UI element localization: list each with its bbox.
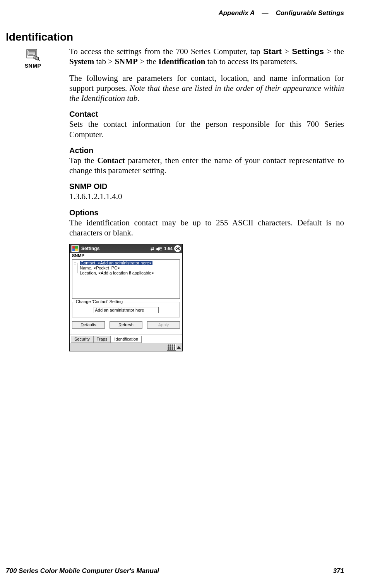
tab-security[interactable]: Security	[71, 336, 93, 343]
settings-label: Settings	[292, 47, 324, 56]
clock: 1:54	[164, 247, 173, 251]
snmp-icon-col: SNMP	[6, 46, 60, 69]
running-header: Appendix A — Configurable Settings	[218, 9, 344, 17]
connectivity-icon: ⇄	[151, 247, 154, 251]
device-title-bar: Settings ⇄ ◀∈ 1:54 ok	[70, 244, 182, 253]
change-setting-group: Change 'Contact' Setting	[72, 302, 180, 317]
refresh-button[interactable]: Refresh	[110, 321, 142, 329]
system-tray: ⇄ ◀∈ 1:54 ok	[151, 245, 181, 252]
ok-button[interactable]: ok	[174, 245, 181, 252]
footer-left: 700 Series Color Mobile Computer User's …	[6, 567, 159, 575]
tree-item-name[interactable]: ├ Name, <Pocket_PC>	[74, 266, 178, 271]
apply-button: Apply	[147, 321, 180, 329]
tab-identification[interactable]: Identification	[111, 336, 142, 343]
keyboard-icon[interactable]	[167, 344, 176, 351]
tree-item-contact[interactable]: ⊟┬ Contact, <Add an administrator here>	[74, 261, 178, 266]
snmp-label: SNMP	[115, 57, 138, 66]
snmp-icon-label: SNMP	[25, 63, 41, 69]
start-label: Start	[263, 47, 282, 56]
options-body: The identification contact may be up to …	[69, 218, 344, 238]
identification-label: Identification	[158, 57, 205, 66]
sip-bar	[70, 343, 182, 351]
intro-paragraph: To access the settings from the 700 Seri…	[69, 46, 344, 67]
page-body: Identification SNMP To access the settin…	[6, 31, 344, 351]
start-flag-icon[interactable]	[71, 245, 79, 252]
groupbox-legend: Change 'Contact' Setting	[75, 300, 124, 304]
contact-body: Sets the contact information for the per…	[69, 119, 344, 140]
volume-icon: ◀∈	[156, 247, 163, 251]
snmp-icon	[26, 49, 40, 61]
snmp-oid-value: 1.3.6.1.2.1.1.4.0	[69, 191, 344, 201]
running-footer: 700 Series Color Mobile Computer User's …	[6, 567, 344, 575]
contact-input[interactable]	[94, 307, 159, 313]
action-heading: Action	[69, 146, 344, 155]
tree-item-location[interactable]: └ Location, <Add a location if applicabl…	[74, 271, 178, 276]
contact-heading: Contact	[69, 109, 344, 119]
page-title: Identification	[6, 31, 344, 43]
header-sep: —	[256, 9, 274, 17]
description-paragraph: The following are parameters for contact…	[69, 73, 344, 104]
sip-arrow-icon[interactable]	[177, 346, 181, 349]
header-right: Configurable Settings	[276, 9, 344, 17]
device-screenshot: Settings ⇄ ◀∈ 1:54 ok SNMP ⊟┬ Contact, <…	[69, 244, 183, 351]
system-label: System	[69, 57, 94, 66]
svg-line-6	[38, 60, 39, 61]
button-row: Defaults Refresh Apply	[70, 321, 182, 334]
defaults-button[interactable]: Defaults	[72, 321, 105, 329]
header-left: Appendix A	[218, 9, 254, 17]
device-title: Settings	[81, 246, 99, 251]
tab-bar: Security Traps Identification	[70, 334, 182, 343]
tree-view[interactable]: ⊟┬ Contact, <Add an administrator here> …	[72, 259, 180, 299]
snmp-oid-heading: SNMP OID	[69, 182, 344, 191]
options-heading: Options	[69, 208, 344, 218]
page-number: 371	[333, 567, 344, 575]
app-title: SNMP	[70, 253, 182, 259]
tab-traps[interactable]: Traps	[93, 336, 111, 343]
action-body: Tap the Contact parameter, then enter th…	[69, 155, 344, 176]
